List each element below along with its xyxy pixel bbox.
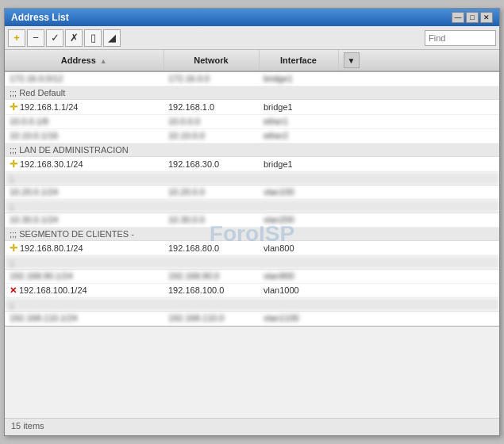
table-row[interactable]: 10.20.0.1/2410.20.0.0vlan100 [5,185,499,199]
table-row[interactable]: ✕192.168.100.1/24192.168.100.0vlan1000 [5,283,499,297]
window-controls: — □ ✕ [452,12,493,23]
group-header-row: ;; [5,199,499,212]
interface-cell: bridge1 [259,99,338,114]
network-cell: 192.168.1.0 [164,99,259,114]
comment-cell [338,212,499,227]
copy-button[interactable]: ▯ [84,29,102,47]
table-wrapper: ForoISP Address ▲ Network Interface [5,50,499,418]
col-header-comment[interactable]: ▼ [338,50,499,71]
network-cell: 192.168.80.0 [164,240,259,255]
address-cell: 10.10.0.1/16 [5,128,164,143]
comment-cell [338,114,499,128]
comment-cell [338,185,499,199]
address-cell: 10.30.0.1/24 [5,212,164,227]
maximize-button[interactable]: □ [466,12,479,23]
check-icon: ✓ [51,32,60,44]
comment-cell [338,283,499,297]
plus-icon: ✛ [10,159,17,170]
group-header-row: ;; [5,255,499,269]
add-button[interactable]: + [8,29,25,47]
sort-arrow: ▲ [100,57,107,65]
cross-icon: ✗ [70,32,79,44]
comment-cell [338,71,499,86]
find-input[interactable] [425,30,496,46]
window-title: Address List [11,12,69,23]
minus-icon: − [33,32,39,44]
group-header-row: ;; [5,171,499,185]
disable-button[interactable]: ✗ [65,29,83,47]
address-cell: 192.168.90.1/24 [5,269,164,283]
comment-cell [338,269,499,283]
table-row[interactable]: 172.16.0.0/12172.16.0.0bridge1 [5,71,499,86]
interface-cell: vlan900 [259,269,338,283]
interface-cell: ether1 [259,114,338,128]
comment-cell [338,311,499,325]
address-cell: ✕192.168.100.1/24 [5,283,164,297]
address-cell: 10.20.0.1/24 [5,185,164,199]
network-cell: 192.168.90.0 [164,269,259,283]
table-row[interactable]: 10.30.0.1/2410.30.0.0vlan200 [5,212,499,227]
col-header-address[interactable]: Address ▲ [5,50,164,71]
address-cell: 10.0.0.1/8 [5,114,164,128]
col-header-interface[interactable]: Interface [259,50,338,71]
status-bar: 15 items [5,418,499,435]
interface-cell: vlan1000 [259,283,338,297]
address-cell: ✛192.168.1.1/24 [5,99,164,114]
network-cell: 172.16.0.0 [164,71,259,86]
table-row[interactable]: ✛192.168.1.1/24192.168.1.0bridge1 [5,99,499,114]
group-header-row: ;; [5,297,499,311]
close-button[interactable]: ✕ [480,12,493,23]
filter-icon: ◢ [108,32,116,44]
table-row[interactable]: 192.168.90.1/24192.168.90.0vlan900 [5,269,499,283]
comment-cell [338,156,499,171]
minimize-button[interactable]: — [452,12,464,23]
network-cell: 192.168.30.0 [164,156,259,171]
network-cell: 192.168.100.0 [164,283,259,297]
network-cell: 10.20.0.0 [164,185,259,199]
address-cell: ✛192.168.80.1/24 [5,240,164,255]
table-row[interactable]: 192.168.110.1/24192.168.110.0vlan1100 [5,311,499,325]
group-header-row: ;;; Red Default [5,86,499,99]
interface-cell: bridge1 [259,156,338,171]
comment-cell [338,99,499,114]
x-icon: ✕ [10,285,17,296]
address-table[interactable]: Address ▲ Network Interface ▼ [5,50,499,327]
table-row[interactable]: ✛192.168.30.1/24192.168.30.0bridge1 [5,156,499,171]
interface-cell: vlan200 [259,212,338,227]
address-list-window: Address List — □ ✕ + − ✓ ✗ ▯ ◢ [4,8,500,436]
address-cell: ✛192.168.30.1/24 [5,156,164,171]
comment-cell [338,128,499,143]
interface-cell: bridge1 [259,71,338,86]
group-header-row: ;;; LAN DE ADMINISTRACION [5,143,499,156]
filter-button[interactable]: ◢ [103,29,121,47]
plus-icon: ✛ [10,101,17,113]
table-row[interactable]: 10.10.0.1/1610.10.0.0ether2 [5,128,499,143]
column-dropdown[interactable]: ▼ [344,52,360,68]
network-cell: 10.10.0.0 [164,128,259,143]
comment-cell [338,240,499,255]
plus-icon: ✛ [10,243,17,254]
address-cell: 192.168.110.1/24 [5,311,164,325]
title-bar: Address List — □ ✕ [5,9,499,26]
interface-cell: ether2 [259,128,338,143]
address-cell: 172.16.0.0/12 [5,71,164,86]
item-count: 15 items [11,421,44,431]
interface-cell: vlan800 [259,240,338,255]
interface-cell: vlan100 [259,185,338,199]
group-header-row: ;;; SEGMENTO DE CLIENTES - [5,227,499,240]
table-row[interactable]: 10.0.0.1/810.0.0.0ether1 [5,114,499,128]
col-header-network[interactable]: Network [164,50,259,71]
network-cell: 10.0.0.0 [164,114,259,128]
copy-icon: ▯ [90,32,96,44]
interface-cell: vlan1100 [259,311,338,325]
table-row[interactable]: ✛192.168.80.1/24192.168.80.0vlan800 [5,240,499,255]
add-icon: + [13,32,20,44]
network-cell: 10.30.0.0 [164,212,259,227]
remove-button[interactable]: − [27,29,44,47]
find-box [425,30,496,46]
enable-button[interactable]: ✓ [46,29,63,47]
network-cell: 192.168.110.0 [164,311,259,325]
toolbar: + − ✓ ✗ ▯ ◢ [5,26,499,50]
